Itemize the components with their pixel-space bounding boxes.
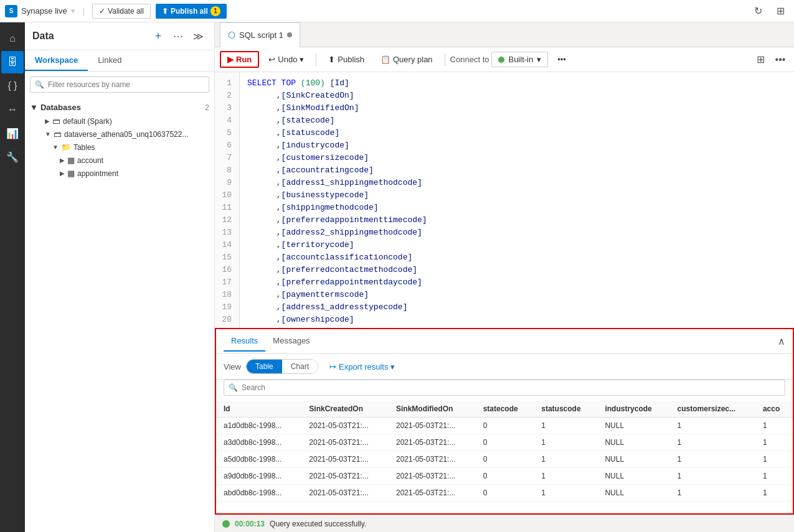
tab-linked[interactable]: Linked: [88, 50, 131, 71]
table-cell: 1: [670, 451, 755, 468]
code-line: ,[statecode]: [247, 114, 787, 127]
table-row: a9d0db8c-1998...2021-05-03T21:...2021-05…: [216, 468, 793, 485]
publish-button[interactable]: ⬆ Publish: [321, 52, 371, 67]
table-cell: 1: [755, 468, 793, 485]
status-time: 00:00:13: [235, 520, 265, 528]
publish-all-button[interactable]: ⬆ Publish all 1: [156, 4, 227, 19]
sidebar-icon-manage[interactable]: 🔧: [1, 146, 24, 168]
table-cell: a3d0db8c-1998...: [216, 434, 301, 451]
table-cell: 1: [670, 418, 755, 434]
table-cell: 0: [476, 485, 534, 502]
filter-search-box: 🔍: [30, 77, 209, 93]
validate-all-button[interactable]: ✓ Validate all: [92, 4, 151, 19]
table-cell: 2021-05-03T21:...: [301, 468, 389, 485]
filter-icon-btn[interactable]: ⊞: [752, 51, 769, 68]
toolbar-separator: [445, 54, 445, 66]
left-panel: Data + ⋯ ≫ Workspace Linked 🔍 ▼ Database…: [25, 22, 215, 532]
table-cell: 1: [534, 451, 597, 468]
results-tab-actions: ∧: [778, 335, 785, 347]
undo-button[interactable]: ↩ Undo ▾: [262, 52, 311, 67]
code-line: ,[preferredappointmentdaycode]: [247, 276, 787, 289]
sidebar-icon-monitor[interactable]: 📊: [1, 122, 24, 144]
table-cell: 1: [755, 451, 793, 468]
tab-messages[interactable]: Messages: [265, 331, 317, 352]
folder-icon: 📁: [61, 142, 71, 152]
status-bar: 00:00:13 Query executed successfully.: [215, 515, 794, 532]
tree-item-account[interactable]: ▶ ▦ account: [25, 154, 214, 167]
table-row: a5d0db8c-1998...2021-05-03T21:...2021-05…: [216, 451, 793, 468]
settings-button[interactable]: ⊞: [772, 2, 789, 20]
code-line: ,[industrycode]: [247, 139, 787, 152]
status-success-dot: [222, 520, 230, 528]
databases-count: 2: [205, 103, 209, 112]
table-row: abd0db8c-1998...2021-05-03T21:...2021-05…: [216, 485, 793, 502]
results-table-wrap: Id SinkCreatedOn SinkModifiedOn statecod…: [216, 401, 793, 513]
left-panel-actions: + ⋯ ≫: [149, 27, 207, 45]
page-title: Data: [32, 30, 54, 42]
code-line: ,[accountclassificationcode]: [247, 251, 787, 264]
brand: S Synapse live ▾: [5, 5, 75, 17]
col-id: Id: [216, 401, 301, 418]
table-cell: 2021-05-03T21:...: [389, 451, 476, 468]
export-results-button[interactable]: ↦ Export results ▾: [323, 360, 401, 374]
refresh-button[interactable]: ↻: [749, 2, 767, 20]
table-cell: 0: [476, 418, 534, 434]
table-cell: 1: [534, 468, 597, 485]
connect-value: Built-in: [508, 55, 533, 64]
results-search-box: 🔍: [224, 380, 785, 396]
connection-status-dot: [498, 57, 504, 63]
table-cell: 0: [476, 468, 534, 485]
results-toolbar: View Table Chart ↦ Export results ▾: [216, 354, 793, 380]
collapse-results-button[interactable]: ∧: [778, 335, 785, 347]
sidebar-icon-integrate[interactable]: ↔: [1, 98, 24, 121]
table-cell: 2021-05-03T21:...: [301, 434, 389, 451]
sidebar-icon-develop[interactable]: { }: [1, 75, 24, 97]
view-chart-button[interactable]: Chart: [282, 360, 318, 373]
search-icon: 🔍: [35, 80, 44, 89]
tree-item-tables-folder[interactable]: ▼ 📁 Tables: [25, 141, 214, 154]
sidebar-icon-home[interactable]: ⌂: [1, 27, 24, 50]
col-acco: acco: [755, 401, 793, 418]
add-resource-button[interactable]: +: [149, 27, 167, 45]
sidebar-icon-data[interactable]: 🗄: [1, 51, 24, 73]
tab-results[interactable]: Results: [224, 331, 265, 352]
toolbar-separator: [316, 54, 316, 66]
databases-section[interactable]: ▼ Databases 2: [25, 100, 214, 114]
query-plan-button[interactable]: 📋 Query plan: [374, 52, 440, 67]
run-icon: ▶: [227, 55, 234, 64]
table-icon: ▦: [67, 169, 75, 178]
tree-item-default-spark[interactable]: ▶ 🗃 default (Spark): [25, 114, 214, 128]
tab-workspace[interactable]: Workspace: [25, 50, 88, 71]
table-icon: ▦: [67, 156, 75, 165]
publish-badge: 1: [210, 6, 220, 16]
tree-item-dataverse[interactable]: ▼ 🗃 dataverse_athena05_unq10637522...: [25, 128, 214, 141]
filter-input[interactable]: [30, 77, 209, 93]
more-toolbar-button[interactable]: •••: [772, 51, 789, 68]
connect-to-dropdown[interactable]: Built-in ▾: [491, 52, 548, 67]
top-bar: S Synapse live ▾ | ✓ Validate all ⬆ Publ…: [0, 0, 794, 22]
search-icon: 🔍: [229, 383, 238, 392]
table-cell: 1: [755, 418, 793, 434]
results-tabs: Results Messages ∧: [216, 329, 793, 354]
close-panel-button[interactable]: ≫: [189, 27, 207, 45]
table-cell: 1: [755, 485, 793, 502]
brand-chevron[interactable]: ▾: [71, 6, 75, 16]
tree-item-appointment[interactable]: ▶ ▦ appointment: [25, 167, 214, 180]
collapse-panel-button[interactable]: ⋯: [169, 27, 187, 45]
run-button[interactable]: ▶ Run: [220, 51, 259, 68]
results-search-input[interactable]: [224, 380, 785, 396]
code-editor[interactable]: 12345 678910 1112131415 1617181920 SELEC…: [215, 72, 794, 328]
code-line: ,[ownershipcode]: [247, 314, 787, 326]
code-content: SELECT TOP (100) [Id] ,[SinkCreatedOn] ,…: [240, 72, 794, 328]
code-line: ,[statuscode]: [247, 127, 787, 139]
code-line: SELECT TOP (100) [Id]: [247, 77, 787, 90]
table-cell: 1: [534, 434, 597, 451]
status-message: Query executed successfully.: [270, 520, 366, 528]
more-options-button[interactable]: •••: [551, 52, 573, 67]
table-cell: NULL: [597, 468, 669, 485]
view-table-button[interactable]: Table: [247, 360, 282, 373]
editor-tab-sql-script[interactable]: ⬡ SQL script 1: [220, 22, 300, 47]
editor-tab-label: SQL script 1: [239, 30, 283, 40]
results-table: Id SinkCreatedOn SinkModifiedOn statecod…: [216, 401, 793, 502]
editor-tabs: ⬡ SQL script 1: [215, 22, 794, 47]
